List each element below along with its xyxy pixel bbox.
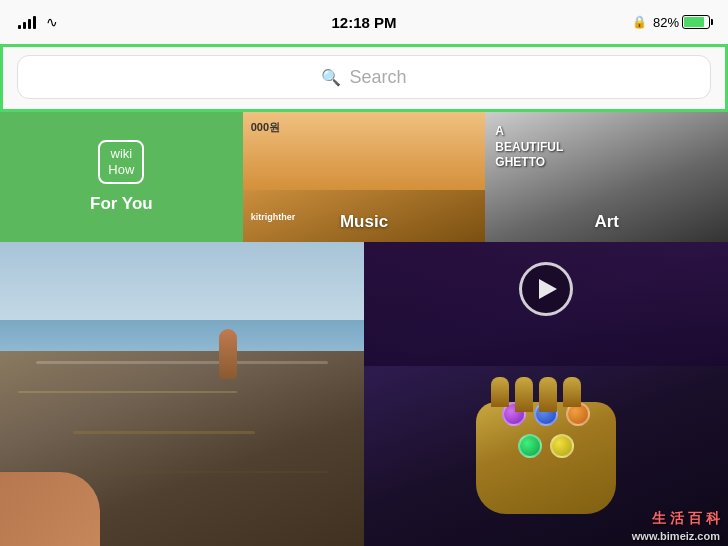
signal-bars-icon (18, 15, 36, 29)
gauntlet-glove (476, 382, 616, 542)
watermark: 生 活 百 科 www.bimeiz.com (632, 509, 720, 544)
wikihow-how-text: How (108, 162, 134, 178)
lock-icon: 🔒 (632, 15, 647, 29)
glove-fingers (491, 377, 581, 412)
category-art[interactable]: ABEAUTIFULGHETTO Art (485, 112, 728, 242)
status-bar: ∿ 12:18 PM 🔒 82% (0, 0, 728, 44)
category-for-you-label: For You (90, 194, 153, 214)
category-music[interactable]: 000원 kitrighther Music (243, 112, 486, 242)
category-music-label: Music (243, 212, 486, 232)
content-gauntlet[interactable]: 生 活 百 科 www.bimeiz.com (364, 242, 728, 546)
wikihow-logo: wiki How (98, 140, 144, 183)
search-placeholder: Search (349, 67, 406, 88)
content-beach[interactable] (0, 242, 364, 546)
search-bar-wrapper: 🔍 Search (0, 44, 728, 112)
content-grid: 生 活 百 科 www.bimeiz.com (0, 242, 728, 546)
category-for-you[interactable]: wiki How For You (0, 112, 243, 242)
wikihow-wiki-text: wiki (108, 146, 134, 162)
battery-fill (684, 17, 704, 27)
play-button[interactable] (519, 262, 573, 316)
battery-percent: 82% (653, 15, 679, 30)
glove-body (476, 402, 616, 514)
wifi-icon: ∿ (46, 14, 58, 30)
signal-bar-1 (18, 25, 21, 29)
wikihow-logo-box: wiki How (98, 140, 144, 183)
play-triangle-icon (539, 279, 557, 299)
hand-bottom (0, 472, 100, 546)
person-silhouette (219, 329, 237, 379)
battery-box (682, 15, 710, 29)
signal-bar-3 (28, 19, 31, 29)
gauntlet-scene: 生 活 百 科 www.bimeiz.com (364, 242, 728, 546)
gems-row-2 (476, 434, 616, 458)
battery-indicator: 82% (653, 15, 710, 30)
music-face-overlay: 000원 (243, 112, 486, 190)
watermark-chinese: 生 活 百 科 (632, 509, 720, 529)
category-row: wiki How For You 000원 kitrighther Music … (0, 112, 728, 242)
search-icon: 🔍 (321, 68, 341, 87)
status-right: 🔒 82% (632, 15, 710, 30)
category-art-label: Art (485, 212, 728, 232)
signal-bar-4 (33, 16, 36, 29)
status-left: ∿ (18, 14, 58, 30)
gem-green (518, 434, 542, 458)
status-time: 12:18 PM (331, 14, 396, 31)
beach-scene (0, 242, 364, 546)
art-overlay-text: ABEAUTIFULGHETTO (495, 124, 563, 171)
signal-bar-2 (23, 22, 26, 29)
gem-yellow (550, 434, 574, 458)
search-bar[interactable]: 🔍 Search (17, 55, 711, 99)
watermark-url: www.bimeiz.com (632, 529, 720, 544)
music-price-tag: 000원 (251, 120, 280, 135)
